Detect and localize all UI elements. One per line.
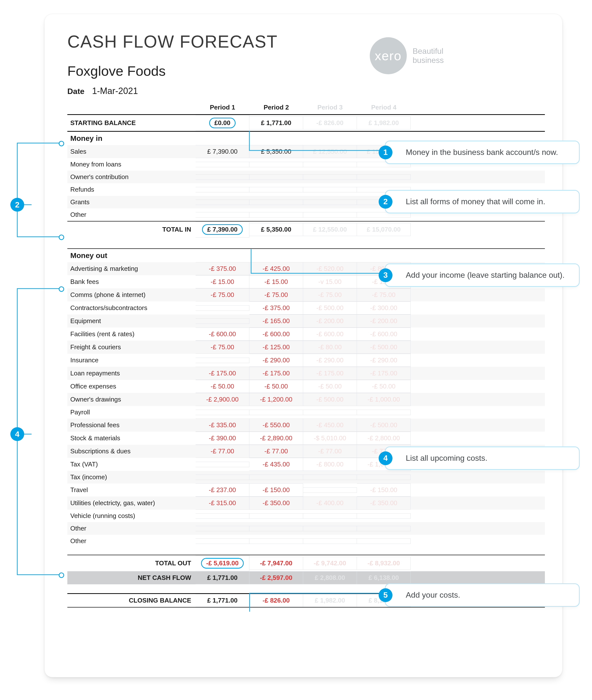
cell xyxy=(196,305,249,311)
cell: -£ 200.00 xyxy=(357,314,411,328)
money-out-heading: Money out xyxy=(67,248,545,262)
bracket-dot xyxy=(59,286,64,292)
row-label: Utilities (electricty, gas, water) xyxy=(67,497,196,509)
cell xyxy=(303,187,357,192)
cell: -£ 450.00 xyxy=(303,418,357,432)
money-out-rows: Advertising & marketing-£ 375.00-£ 425.0… xyxy=(67,262,545,547)
callout-badge-1: 1 xyxy=(379,146,392,159)
cell: -£ 600.00 xyxy=(196,328,249,341)
cell xyxy=(196,462,249,467)
side-badge-4: 4 xyxy=(10,427,24,441)
cell xyxy=(249,526,303,531)
table-row: Professional fees-£ 335.00-£ 550.00-£ 45… xyxy=(67,418,545,432)
cell: -£ 290.00 xyxy=(303,354,357,367)
row-label: Owner's drawings xyxy=(67,393,196,406)
cell: -£ 350.00 xyxy=(249,497,303,510)
cell: -£ 50.00 xyxy=(196,380,249,393)
cell: £ 7,390.00 xyxy=(196,145,249,158)
money-out-label: Money out xyxy=(67,249,196,262)
row-label: Office expenses xyxy=(67,380,196,393)
callout-3: 3 Add your income (leave starting balanc… xyxy=(385,263,580,287)
starting-balance-label: STARTING BALANCE xyxy=(67,117,196,129)
table-row: Comms (phone & internet)-£ 75.00-£ 75.00… xyxy=(67,288,545,301)
cell xyxy=(303,212,357,217)
cell xyxy=(303,526,357,531)
net-cash-flow-row: NET CASH FLOW £ 1,771.00 -£ 2,597.00 £ 2… xyxy=(67,571,545,584)
cell: -£ 2,900.00 xyxy=(196,393,249,406)
cell: -£ 826.00 xyxy=(249,594,303,607)
row-label: Loan repayments xyxy=(67,367,196,380)
side-badge-2: 2 xyxy=(10,198,24,212)
cell xyxy=(357,474,411,480)
highlight-ring-starting: £0.00 xyxy=(209,118,236,128)
cell: -£ 315.00 xyxy=(196,497,249,510)
date-label: Date xyxy=(67,87,84,96)
table-row: Freight & couriers-£ 75.00-£ 125.00-£ 80… xyxy=(67,341,545,354)
cell: -£ 550.00 xyxy=(249,418,303,432)
callout-text: Money in the business bank account/s now… xyxy=(406,148,558,157)
date-value: 1-Mar-2021 xyxy=(92,86,138,96)
table-row: Owner's contribution xyxy=(67,171,545,183)
cell: -£ 300.00 xyxy=(357,301,411,314)
cell: -£ 175.00 xyxy=(196,367,249,380)
callout-5: 5 Add your costs. xyxy=(385,583,580,607)
cell: £ 1,771.00 xyxy=(196,594,249,607)
cell: -£ 800.00 xyxy=(303,458,357,471)
cell: -£ 2,890.00 xyxy=(249,432,303,445)
cell: -£ 150.00 xyxy=(249,484,303,497)
highlight-ring-total-out: -£ 5,619.00 xyxy=(201,558,244,568)
cell xyxy=(249,539,303,544)
cell: -£ 500.00 xyxy=(303,301,357,314)
starting-balance-row: STARTING BALANCE £0.00 £ 1,771.00 -£ 826… xyxy=(67,114,545,131)
period-2: Period 2 xyxy=(249,103,303,112)
cell: -£ 165.00 xyxy=(249,314,303,328)
table-row: Owner's drawings-£ 2,900.00-£ 1,200.00-£… xyxy=(67,393,545,406)
cell: -£ 425.00 xyxy=(249,262,303,275)
row-label: Refunds xyxy=(67,183,196,196)
cell: -$ 5,010.00 xyxy=(303,432,357,445)
cell xyxy=(249,212,303,217)
cell: -£ 350.00 xyxy=(357,497,411,510)
cell: -£ 150.00 xyxy=(357,484,411,497)
cell: -£ 290.00 xyxy=(249,354,303,367)
cell xyxy=(303,200,357,205)
total-in-row: TOTAL IN £ 7,390.00 £ 5,350.00 £ 12,550.… xyxy=(67,221,545,238)
cell xyxy=(303,162,357,167)
table-row: Facilities (rent & rates)-£ 600.00-£ 600… xyxy=(67,328,545,341)
row-label: Travel xyxy=(67,484,196,496)
company-name: Foxglove Foods xyxy=(67,63,545,79)
cell xyxy=(196,474,249,480)
row-label: Bank fees xyxy=(67,276,196,288)
cell: -£ 80.00 xyxy=(303,341,357,354)
period-4: Period 4 xyxy=(357,103,411,112)
cell xyxy=(196,200,249,205)
row-label: Facilities (rent & rates) xyxy=(67,328,196,340)
cell: -£ 335.00 xyxy=(196,418,249,432)
cell: -£ 237.00 xyxy=(196,484,249,497)
cell: £ 1,982.00 xyxy=(303,594,357,607)
callout-1: 1 Money in the business bank account/s n… xyxy=(385,141,580,164)
cell: -£ 826.00 xyxy=(303,116,357,130)
cell: -£ 15.00 xyxy=(249,275,303,288)
brand-block: xero Beautiful business xyxy=(370,37,444,74)
table-row: Office expenses-£ 50.00-£ 50.00-£ 50.00-… xyxy=(67,380,545,393)
table-row: Other xyxy=(67,522,545,535)
cell: -£ 77.00 xyxy=(249,445,303,458)
cell xyxy=(249,187,303,192)
row-label: Subscriptions & dues xyxy=(67,445,196,457)
cell xyxy=(303,539,357,544)
cell xyxy=(196,174,249,180)
cell: £ 1,771.00 xyxy=(249,116,303,130)
row-label: Money from loans xyxy=(67,158,196,171)
cell: £ 15,070.00 xyxy=(357,223,411,236)
cell: -£ 2,800.00 xyxy=(357,432,411,445)
cell: -£ 1,000.00 xyxy=(357,393,411,406)
cell xyxy=(249,513,303,519)
cell: £ 2,808.00 xyxy=(303,571,357,584)
cell: -£ 77.00 xyxy=(303,445,357,458)
table-row: Vehicle (running costs) xyxy=(67,510,545,522)
cell: -£ 2,597.00 xyxy=(249,571,303,584)
cell: -£ 200.00 xyxy=(303,314,357,328)
cell: -£ 75.00 xyxy=(249,288,303,301)
spreadsheet-card: CASH FLOW FORECAST xero Beautiful busine… xyxy=(44,14,562,677)
